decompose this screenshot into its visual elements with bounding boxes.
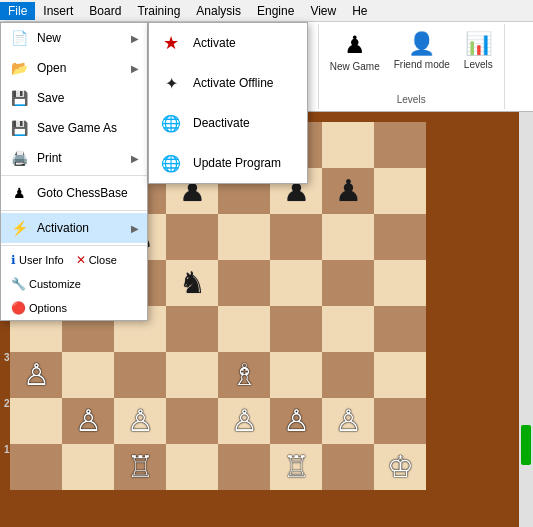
deactivate-button[interactable]: 🌐 Deactivate	[149, 103, 307, 143]
square-7-5[interactable]: ♖	[270, 444, 322, 490]
square-3-5[interactable]	[270, 260, 322, 306]
square-4-5[interactable]	[270, 306, 322, 352]
square-7-4[interactable]	[218, 444, 270, 490]
piece-6-1: ♙	[75, 406, 102, 436]
menu-analysis[interactable]: Analysis	[188, 2, 249, 20]
square-3-7[interactable]	[374, 260, 426, 306]
square-1-6[interactable]: ♟	[322, 168, 374, 214]
square-7-2[interactable]: ♖	[114, 444, 166, 490]
square-5-2[interactable]	[114, 352, 166, 398]
activate-button[interactable]: ★ Activate	[149, 23, 307, 63]
square-7-6[interactable]	[322, 444, 374, 490]
activate-offline-icon: ✦	[159, 71, 183, 95]
menu-item-print[interactable]: 🖨️ Print ▶	[1, 143, 147, 173]
menu-save-as-label: Save Game As	[37, 121, 139, 135]
user-info-button[interactable]: ℹ User Info	[7, 251, 68, 269]
square-2-6[interactable]	[322, 214, 374, 260]
square-5-5[interactable]	[270, 352, 322, 398]
square-6-2[interactable]: ♙	[114, 398, 166, 444]
square-5-4[interactable]: ♗	[218, 352, 270, 398]
square-3-6[interactable]	[322, 260, 374, 306]
square-6-1[interactable]: ♙	[62, 398, 114, 444]
activation-submenu: ★ Activate ✦ Activate Offline 🌐 Deactiva…	[148, 22, 308, 184]
square-2-3[interactable]	[166, 214, 218, 260]
square-7-3[interactable]	[166, 444, 218, 490]
menu-view[interactable]: View	[302, 2, 344, 20]
piece-6-5: ♙	[283, 406, 310, 436]
square-3-3[interactable]: ♞	[166, 260, 218, 306]
activate-offline-button[interactable]: ✦ Activate Offline	[149, 63, 307, 103]
activate-offline-label: Activate Offline	[193, 76, 273, 90]
square-4-4[interactable]	[218, 306, 270, 352]
square-7-1[interactable]	[62, 444, 114, 490]
square-0-6[interactable]	[322, 122, 374, 168]
open-arrow-icon: ▶	[131, 63, 139, 74]
square-5-0[interactable]: ♙	[10, 352, 62, 398]
piece-6-2: ♙	[127, 406, 154, 436]
menu-item-save-game-as[interactable]: 💾 Save Game As	[1, 113, 147, 143]
close-label: Close	[89, 254, 117, 266]
square-6-0[interactable]	[10, 398, 62, 444]
square-4-7[interactable]	[374, 306, 426, 352]
menu-file[interactable]: File	[0, 2, 35, 20]
square-0-7[interactable]	[374, 122, 426, 168]
square-5-7[interactable]	[374, 352, 426, 398]
square-6-6[interactable]: ♙	[322, 398, 374, 444]
square-7-7[interactable]: ♔	[374, 444, 426, 490]
print-icon: 🖨️	[9, 148, 29, 168]
customize-button[interactable]: 🔧 Customize	[7, 275, 85, 293]
customize-icon: 🔧	[11, 277, 26, 291]
open-folder-icon: 📂	[9, 58, 29, 78]
menu-item-goto-chessbase[interactable]: ♟ Goto ChessBase	[1, 178, 147, 208]
square-5-3[interactable]	[166, 352, 218, 398]
square-5-1[interactable]	[62, 352, 114, 398]
close-button[interactable]: ✕ Close	[72, 251, 121, 269]
square-4-6[interactable]	[322, 306, 374, 352]
save-as-icon: 💾	[9, 118, 29, 138]
menu-help[interactable]: He	[344, 2, 375, 20]
menu-insert[interactable]: Insert	[35, 2, 81, 20]
menu-item-open[interactable]: 📂 Open ▶	[1, 53, 147, 83]
menu-board[interactable]: Board	[81, 2, 129, 20]
activate-label: Activate	[193, 36, 236, 50]
file-menu: 📄 New ▶ 📂 Open ▶ 💾 Save 💾 Save Game As 🖨…	[0, 22, 148, 321]
levels-group-label: Levels	[397, 92, 426, 105]
piece-7-2: ♖	[127, 452, 154, 482]
friend-mode-button[interactable]: 👤 Friend mode	[389, 28, 455, 74]
friend-mode-label: Friend mode	[394, 59, 450, 71]
menu-separator-2	[1, 210, 147, 211]
square-3-4[interactable]	[218, 260, 270, 306]
menu-goto-chessbase-label: Goto ChessBase	[37, 186, 139, 200]
square-5-6[interactable]	[322, 352, 374, 398]
levels-button[interactable]: 📊 Levels	[459, 28, 498, 74]
new-doc-icon: 📄	[9, 28, 29, 48]
new-game-button[interactable]: ♟ New Game	[325, 28, 385, 76]
deactivate-icon: 🌐	[159, 111, 183, 135]
user-info-label: User Info	[19, 254, 64, 266]
square-6-5[interactable]: ♙	[270, 398, 322, 444]
square-4-3[interactable]	[166, 306, 218, 352]
menu-item-activation[interactable]: ⚡ Activation ▶	[1, 213, 147, 243]
menu-print-label: Print	[37, 151, 123, 165]
menu-item-save[interactable]: 💾 Save	[1, 83, 147, 113]
update-program-button[interactable]: 🌐 Update Program	[149, 143, 307, 183]
update-program-label: Update Program	[193, 156, 281, 170]
chessbase-icon: ♟	[9, 183, 29, 203]
square-1-7[interactable]	[374, 168, 426, 214]
board-scrollbar[interactable]	[519, 112, 533, 527]
square-6-7[interactable]	[374, 398, 426, 444]
options-button[interactable]: 🔴 Options	[7, 299, 71, 317]
square-7-0[interactable]	[10, 444, 62, 490]
levels-icon: 📊	[465, 31, 492, 57]
square-2-7[interactable]	[374, 214, 426, 260]
square-2-4[interactable]	[218, 214, 270, 260]
square-6-3[interactable]	[166, 398, 218, 444]
menu-engine[interactable]: Engine	[249, 2, 302, 20]
close-x-icon: ✕	[76, 253, 86, 267]
piece-1-6: ♟	[335, 176, 362, 206]
square-2-5[interactable]	[270, 214, 322, 260]
piece-3-3: ♞	[179, 268, 206, 298]
square-6-4[interactable]: ♙	[218, 398, 270, 444]
menu-item-new[interactable]: 📄 New ▶	[1, 23, 147, 53]
menu-training[interactable]: Training	[129, 2, 188, 20]
